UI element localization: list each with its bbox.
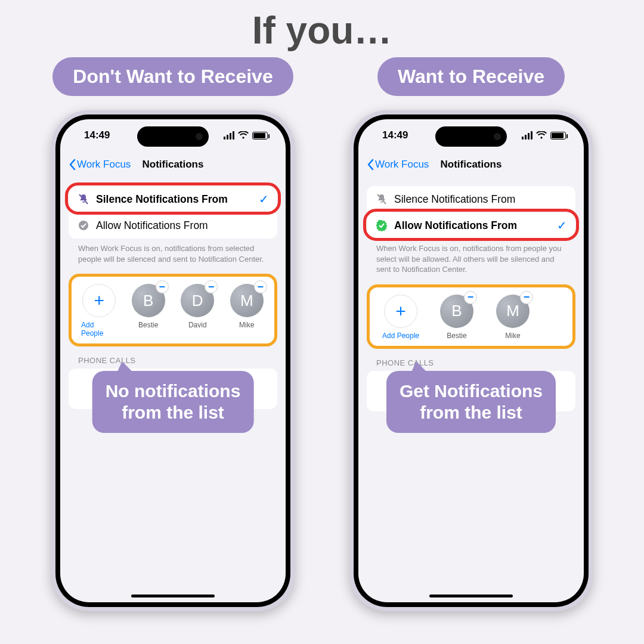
option-description: When Work Focus is on, notifications fro… — [367, 239, 575, 275]
home-indicator[interactable] — [429, 595, 513, 597]
back-label: Work Focus — [77, 159, 131, 171]
option-silence[interactable]: Silence Notifications From ✓ — [69, 186, 277, 212]
nav-bar: Work Focus Notifications — [60, 151, 286, 178]
option-allow-label: Allow Notifications From — [394, 219, 517, 232]
back-button[interactable]: Work Focus — [367, 159, 429, 171]
pill-dont-want: Don't Want to Receive — [52, 57, 293, 96]
avatar-initial: M — [506, 302, 519, 320]
remove-icon[interactable]: − — [205, 280, 218, 293]
nav-bar: Work Focus Notifications — [358, 151, 584, 178]
remove-icon[interactable]: − — [520, 291, 533, 304]
page-heading: If you… — [0, 0, 644, 52]
option-description: When Work Focus is on, notifications fro… — [69, 239, 277, 264]
bell-slash-icon — [77, 193, 90, 205]
option-silence-label: Silence Notifications From — [96, 193, 228, 206]
option-allow-label: Allow Notifications From — [96, 219, 208, 232]
check-icon: ✓ — [557, 218, 567, 233]
section-phone-calls: PHONE CALLS — [78, 356, 277, 365]
home-indicator[interactable] — [131, 595, 215, 597]
avatar-initial: M — [240, 292, 253, 310]
section-phone-calls: PHONE CALLS — [376, 358, 575, 367]
badge-check-icon — [77, 219, 90, 231]
add-people-button[interactable]: + Add People — [81, 284, 117, 338]
person-item[interactable]: M− Mike — [491, 295, 534, 340]
wifi-icon — [536, 131, 547, 140]
remove-icon[interactable]: − — [156, 280, 169, 293]
person-item[interactable]: B− Bestie — [435, 295, 478, 340]
wifi-icon — [238, 131, 249, 140]
back-button[interactable]: Work Focus — [69, 159, 131, 171]
battery-icon — [550, 132, 566, 140]
plus-icon: + — [82, 284, 116, 317]
remove-icon[interactable]: − — [464, 291, 477, 304]
person-name: Mike — [505, 332, 520, 340]
remove-icon[interactable]: − — [254, 280, 267, 293]
callout-left: No notificationsfrom the list — [92, 371, 254, 433]
phone-right: 14:49 Work Focus Notifications — [349, 110, 593, 611]
dynamic-island — [137, 126, 209, 147]
nav-title: Notifications — [143, 159, 204, 171]
avatar-initial: B — [451, 302, 462, 320]
avatar-initial: D — [192, 292, 203, 310]
person-item[interactable]: D− David — [179, 284, 216, 338]
pill-want: Want to Receive — [377, 57, 565, 96]
people-card: + Add People B− Bestie M− Mike — [367, 284, 575, 349]
status-time: 14:49 — [84, 129, 110, 141]
person-name: Bestie — [138, 321, 158, 329]
avatar-initial: B — [143, 292, 153, 310]
check-icon: ✓ — [259, 192, 269, 206]
option-silence[interactable]: Silence Notifications From — [367, 186, 575, 212]
person-name: Bestie — [447, 332, 466, 340]
options-card: Silence Notifications From Allow Notific… — [367, 186, 575, 239]
person-item[interactable]: B− Bestie — [131, 284, 167, 338]
svg-point-1 — [79, 221, 88, 230]
add-people-label: Add People — [81, 321, 117, 338]
column-dont-want: Don't Want to Receive 14:49 Work Focus — [45, 57, 301, 611]
people-card: + Add People B− Bestie D− David — [69, 274, 277, 346]
column-want: Want to Receive 14:49 Work Focus — [343, 57, 599, 611]
person-name: Mike — [239, 321, 254, 329]
callout-right: Get Notificationsfrom the list — [386, 371, 556, 433]
phone-left: 14:49 Work Focus Notifications — [51, 110, 295, 611]
option-silence-label: Silence Notifications From — [394, 193, 515, 206]
plus-icon: + — [384, 295, 417, 328]
badge-check-icon — [375, 219, 388, 231]
nav-title: Notifications — [441, 159, 502, 171]
option-allow[interactable]: Allow Notifications From — [69, 212, 277, 239]
battery-icon — [252, 132, 268, 140]
option-allow[interactable]: Allow Notifications From ✓ — [367, 212, 575, 239]
chevron-left-icon — [367, 159, 374, 171]
add-people-button[interactable]: + Add People — [379, 295, 422, 340]
person-item[interactable]: M− Mike — [229, 284, 265, 338]
chevron-left-icon — [69, 159, 76, 171]
cellular-icon — [224, 131, 234, 140]
options-card: Silence Notifications From ✓ Allow Notif… — [69, 186, 277, 239]
bell-slash-icon — [375, 193, 388, 205]
add-people-label: Add People — [382, 332, 419, 340]
back-label: Work Focus — [375, 159, 429, 171]
dynamic-island — [435, 126, 507, 147]
cellular-icon — [522, 131, 532, 140]
person-name: David — [188, 321, 207, 329]
status-time: 14:49 — [382, 129, 408, 141]
